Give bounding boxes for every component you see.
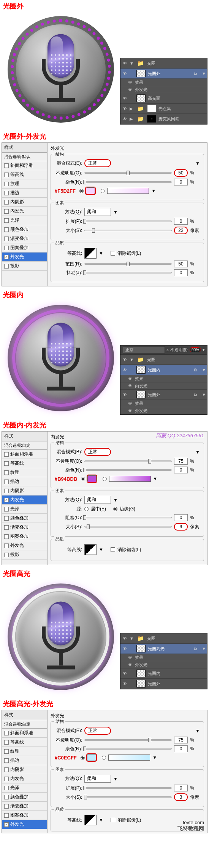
antialias-checkbox[interactable] bbox=[111, 251, 115, 256]
layer-mic-mesh-group[interactable]: 👁▶📁::麦克风网筛 bbox=[120, 114, 207, 124]
contour-picker[interactable] bbox=[84, 815, 97, 825]
style-bevel[interactable]: 斜面和浮雕 bbox=[2, 729, 47, 738]
source-edge-radio[interactable] bbox=[113, 507, 117, 511]
blend-mode-select[interactable]: 正常 bbox=[84, 159, 111, 167]
source-center-radio[interactable] bbox=[84, 507, 89, 511]
range-input[interactable]: 50 bbox=[174, 261, 188, 267]
style-gloss[interactable]: 光泽 bbox=[2, 783, 47, 793]
choke-slider[interactable] bbox=[84, 517, 172, 518]
style-inner-glow[interactable]: 内发光 bbox=[2, 496, 47, 505]
blend-options[interactable]: 混合选项:自定 bbox=[2, 720, 47, 729]
range-slider[interactable] bbox=[84, 263, 172, 265]
fx-sub-outerglow[interactable]: 👁外发光 bbox=[120, 86, 207, 93]
style-outer-glow[interactable]: 外发光 bbox=[2, 541, 47, 550]
style-outer-glow[interactable]: 外发光 bbox=[2, 253, 47, 262]
style-pattern-overlay[interactable]: 图案叠加 bbox=[2, 532, 47, 541]
style-contour[interactable]: 等高线 bbox=[2, 459, 47, 468]
spread-input[interactable]: 0 bbox=[174, 785, 188, 791]
layer-dots-group[interactable]: 👁▶📁光点集 bbox=[120, 104, 207, 114]
style-gloss[interactable]: 光泽 bbox=[2, 505, 47, 514]
style-gradient-overlay[interactable]: 渐变叠加 bbox=[2, 234, 47, 243]
blend-options[interactable]: 混合选项:默认 bbox=[2, 153, 47, 161]
size-slider[interactable] bbox=[84, 796, 172, 798]
layer-ring-outer[interactable]: 👁光圈外fx▼ bbox=[120, 69, 207, 79]
eye-icon[interactable]: 👁 bbox=[122, 96, 127, 101]
style-drop-shadow[interactable]: 投影 bbox=[2, 550, 47, 559]
layer-ring-inner[interactable]: 👁光圈内fx▼ bbox=[120, 365, 207, 375]
style-inner-shadow[interactable]: 内阴影 bbox=[2, 486, 47, 496]
spread-slider[interactable] bbox=[84, 787, 172, 789]
noise-slider[interactable] bbox=[84, 181, 172, 183]
eye-icon[interactable]: 👁 bbox=[122, 61, 127, 66]
fx-label[interactable]: fx bbox=[194, 71, 200, 76]
opacity-slider[interactable] bbox=[84, 460, 172, 462]
style-texture[interactable]: 纹理 bbox=[2, 179, 47, 189]
noise-slider[interactable] bbox=[84, 748, 172, 750]
noise-input[interactable]: 0 bbox=[174, 745, 188, 752]
style-inner-glow[interactable]: 内发光 bbox=[2, 207, 47, 216]
layer-folder[interactable]: 👁▼📁光圈 bbox=[120, 355, 207, 365]
gradient-radio[interactable] bbox=[103, 477, 107, 481]
layer-ring-outer[interactable]: 👁光圈外 bbox=[120, 679, 207, 689]
style-outer-glow[interactable]: 外发光 bbox=[2, 820, 47, 829]
style-stroke[interactable]: 描边 bbox=[2, 756, 47, 765]
style-texture[interactable]: 纹理 bbox=[2, 747, 47, 756]
size-input[interactable]: 23 bbox=[174, 227, 188, 234]
style-inner-glow[interactable]: 内发光 bbox=[2, 774, 47, 783]
style-contour[interactable]: 等高线 bbox=[2, 170, 47, 179]
fx-sub-effects[interactable]: 👁效果 bbox=[120, 79, 207, 86]
style-contour[interactable]: 等高线 bbox=[2, 738, 47, 747]
contour-picker[interactable] bbox=[84, 544, 97, 555]
layer-folder[interactable]: 👁▼📁光圈 bbox=[120, 58, 207, 69]
layer-ring-inner[interactable]: 👁光圈内 bbox=[120, 668, 207, 679]
style-color-overlay[interactable]: 颜色叠加 bbox=[2, 514, 47, 523]
noise-input[interactable]: 0 bbox=[174, 467, 188, 473]
color-swatch[interactable] bbox=[86, 187, 95, 194]
noise-slider[interactable] bbox=[84, 469, 172, 471]
jitter-slider[interactable] bbox=[84, 272, 172, 273]
spread-slider[interactable] bbox=[84, 221, 172, 222]
choke-input[interactable]: 0 bbox=[174, 514, 188, 521]
blend-mode-select[interactable]: 正常 bbox=[123, 346, 165, 353]
style-color-overlay[interactable]: 颜色叠加 bbox=[2, 793, 47, 802]
opacity-slider[interactable] bbox=[84, 739, 172, 741]
opacity-slider[interactable] bbox=[84, 172, 172, 174]
style-stroke[interactable]: 描边 bbox=[2, 189, 47, 198]
style-color-overlay[interactable]: 颜色叠加 bbox=[2, 225, 47, 234]
spread-input[interactable]: 0 bbox=[174, 218, 188, 225]
size-input[interactable]: 9 bbox=[174, 523, 188, 531]
style-pattern-overlay[interactable]: 图案叠加 bbox=[2, 243, 47, 253]
color-radio[interactable] bbox=[79, 189, 84, 193]
blend-options[interactable]: 混合选项:自定 bbox=[2, 441, 47, 450]
color-swatch[interactable] bbox=[87, 754, 96, 761]
layer-folder[interactable]: 👁▼📁光圈 bbox=[120, 633, 207, 644]
style-drop-shadow[interactable]: 投影 bbox=[2, 262, 47, 271]
color-radio[interactable] bbox=[81, 477, 85, 481]
color-radio[interactable] bbox=[81, 756, 85, 760]
style-gradient-overlay[interactable]: 渐变叠加 bbox=[2, 523, 47, 532]
size-slider[interactable] bbox=[84, 230, 172, 231]
gradient-radio[interactable] bbox=[102, 756, 106, 760]
style-inner-shadow[interactable]: 内阴影 bbox=[2, 765, 47, 774]
color-swatch[interactable] bbox=[87, 475, 97, 482]
style-bevel[interactable]: 斜面和浮雕 bbox=[2, 161, 47, 170]
style-bevel[interactable]: 斜面和浮雕 bbox=[2, 450, 47, 459]
layer-ring-highlight[interactable]: 👁光圈高光fx▼ bbox=[120, 644, 207, 654]
style-gloss[interactable]: 光泽 bbox=[2, 216, 47, 225]
blend-mode-select[interactable]: 正常 bbox=[84, 727, 111, 735]
opacity-input[interactable]: 75 bbox=[174, 458, 188, 465]
method-select[interactable]: 柔和 bbox=[84, 496, 111, 504]
style-pattern-overlay[interactable]: 图案叠加 bbox=[2, 811, 47, 820]
size-input[interactable]: 3 bbox=[174, 793, 188, 801]
eye-icon[interactable]: 👁 bbox=[122, 106, 127, 111]
gradient-picker[interactable] bbox=[107, 188, 149, 194]
style-texture[interactable]: 纹理 bbox=[2, 468, 47, 477]
noise-input[interactable]: 0 bbox=[174, 179, 188, 185]
method-select[interactable]: 柔和 bbox=[84, 775, 111, 783]
gradient-radio[interactable] bbox=[101, 189, 105, 193]
method-select[interactable]: 柔和 bbox=[84, 208, 111, 216]
opacity-input[interactable]: 75 bbox=[174, 737, 188, 743]
size-slider[interactable] bbox=[84, 526, 172, 528]
jitter-input[interactable]: 0 bbox=[174, 269, 188, 276]
blend-mode-select[interactable]: 正常 bbox=[84, 448, 111, 456]
